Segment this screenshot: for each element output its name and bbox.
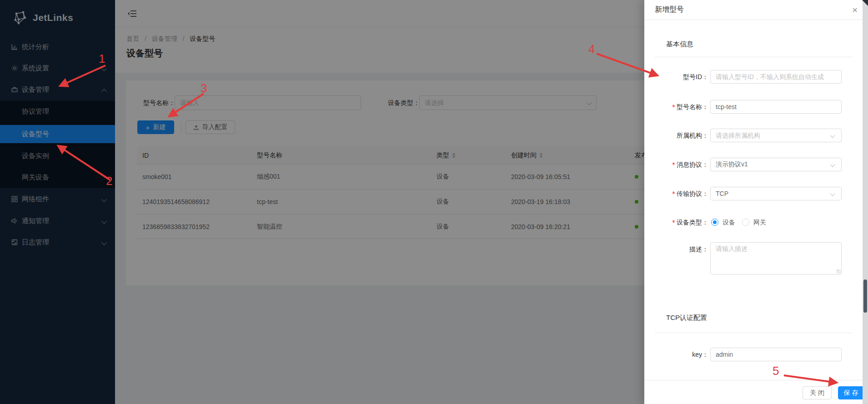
section-divider	[655, 57, 853, 57]
field-label-text: 型号名称：	[677, 103, 708, 110]
drawer-title: 新增型号	[655, 5, 684, 15]
drawer-header: 新增型号 ✕	[644, 0, 868, 20]
message-protocol-select[interactable]	[710, 158, 842, 171]
model-name-field[interactable]	[710, 100, 842, 114]
model-id-input[interactable]	[710, 70, 842, 84]
field-label-text: key：	[692, 351, 708, 358]
form-row-description: 描述：	[644, 242, 853, 274]
required-mark: *	[672, 190, 675, 197]
cursor-arrow	[862, 0, 868, 6]
close-button[interactable]: 关 闭	[803, 386, 832, 399]
field-label-text: 传输协议：	[677, 190, 708, 197]
key-input[interactable]	[710, 348, 842, 361]
close-icon[interactable]: ✕	[850, 4, 860, 16]
field-label-text: 型号ID：	[683, 73, 708, 80]
field-label-text: 所属机构：	[677, 132, 708, 139]
radio-gateway-label[interactable]: 网关	[753, 217, 766, 227]
scrollbar-thumb[interactable]	[863, 279, 867, 313]
required-mark: *	[672, 103, 675, 110]
section-divider	[655, 333, 853, 333]
field-label: *消息协议：	[644, 158, 708, 171]
field-label: *设备类型：	[644, 217, 708, 227]
field-label: *型号名称：	[644, 100, 708, 114]
field-label: 型号ID：	[644, 70, 708, 84]
save-button[interactable]: 保 存	[838, 386, 864, 399]
page-scrollbar[interactable]	[863, 0, 868, 404]
form-row-device-type: *设备类型： 设备 网关	[644, 217, 853, 227]
transport-protocol-select[interactable]	[710, 187, 842, 200]
field-label: *传输协议：	[644, 187, 708, 200]
required-mark: *	[672, 161, 675, 168]
section-tcp-auth: TCP认证配置	[666, 314, 707, 322]
section-basic-info: 基本信息	[666, 40, 693, 49]
field-label: key：	[644, 348, 708, 361]
radio-device-label[interactable]: 设备	[722, 217, 735, 227]
field-label: 所属机构：	[644, 129, 708, 142]
textarea-resize-handle[interactable]	[837, 269, 841, 274]
field-label-text: 消息协议：	[677, 161, 708, 168]
drawer-footer: 关 闭 保 存	[644, 380, 868, 404]
required-mark: *	[672, 219, 675, 226]
organization-select[interactable]	[710, 129, 842, 142]
description-textarea[interactable]	[710, 242, 842, 274]
radio-gateway[interactable]	[742, 219, 749, 226]
radio-device[interactable]	[711, 219, 718, 226]
add-model-drawer: 新增型号 ✕ 基本信息 型号ID： *型号名称： 所属机构： *消息协议：	[644, 0, 868, 404]
app-window: JetLinks 统计分析 系统设置	[0, 0, 868, 404]
field-label: 描述：	[644, 242, 708, 256]
field-label-text: 设备类型：	[677, 219, 708, 226]
field-label-text: 描述：	[689, 245, 708, 253]
